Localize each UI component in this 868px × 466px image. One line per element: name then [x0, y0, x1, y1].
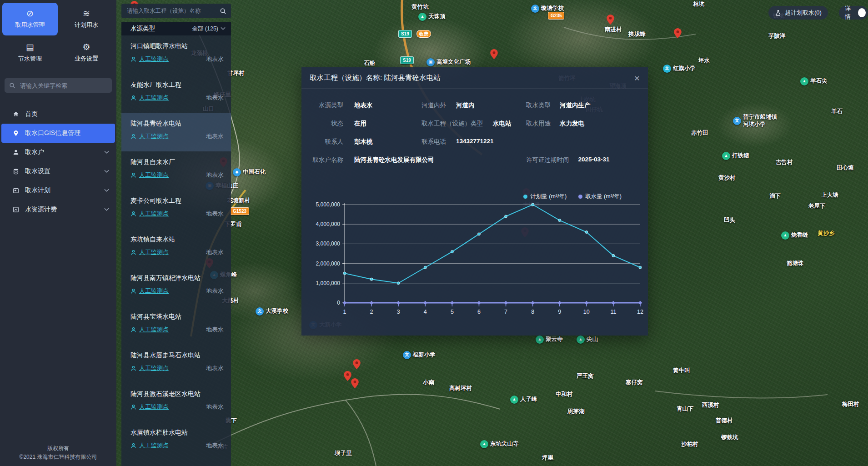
sidebar-item-4[interactable]: 取水设置 [0, 162, 116, 181]
station-list-item[interactable]: 陆河县水唇走马石水电站人工监测点地表水 [121, 345, 231, 383]
map-label-text: 溜下 [769, 193, 781, 200]
map-label: 锣鼓坑 [721, 434, 738, 441]
keyword-search-input[interactable] [19, 82, 107, 90]
map-label: 文红旗小学 [663, 65, 696, 73]
station-search-input[interactable] [126, 7, 217, 15]
station-list-item[interactable]: 河口镇唱歌潭水电站人工监测点地表水 [121, 35, 231, 74]
red-pin-icon[interactable] [607, 15, 614, 25]
map-label-text: 坪里 [542, 455, 553, 462]
module-tile-4[interactable]: ⚙业务设置 [59, 36, 114, 69]
red-pin-icon[interactable] [344, 371, 351, 381]
toggle-knob[interactable] [858, 8, 866, 17]
chevron-down-icon [104, 208, 109, 211]
water-source-type: 地表水 [206, 210, 225, 218]
station-list-item[interactable]: 陆河县南万镇杞洋水电站人工监测点地表水 [121, 267, 231, 306]
red-pin-icon[interactable] [351, 378, 359, 388]
map-label: 老屋下 [808, 203, 826, 210]
map-label: 黄沙村 [718, 175, 736, 182]
person-monitor-icon [130, 327, 136, 333]
station-list-item[interactable]: 友能水厂取水工程人工监测点地表水 [121, 74, 231, 113]
monitor-type-link[interactable]: 人工监测点 [139, 210, 169, 218]
over-plan-alert-pill[interactable]: 超计划取水(0) [768, 6, 828, 20]
field-value: 在用 [354, 120, 366, 128]
map-label-text: 赤竹田 [691, 130, 708, 137]
module-tile-3[interactable]: ▤节水管理 [2, 36, 58, 69]
monitor-type-link[interactable]: 人工监测点 [139, 132, 169, 140]
map-label-text: 聚云寺 [546, 336, 563, 343]
map-label-text: 挨垅蜂 [628, 31, 646, 38]
monitor-type-link[interactable]: 人工监测点 [139, 326, 169, 334]
map-label-text: 中和村 [556, 391, 573, 398]
sidebar-item-5[interactable]: 取水计划 [0, 181, 116, 200]
close-icon[interactable]: × [634, 73, 640, 83]
field-row: 状态在用取水工程（设施）类型水电站取水用途水力发电 [301, 120, 648, 138]
detail-toggle-label: 详情 [845, 5, 855, 21]
sidebar: ⊘取用水管理≋计划用水▤节水管理⚙业务设置 首页取水口GIS信息管理取水户取水设… [0, 0, 116, 466]
map-label-text: 西溪村 [702, 402, 719, 409]
map-label-text: 大溪学校 [266, 308, 288, 315]
keyword-search[interactable] [5, 78, 112, 93]
road-badge: 收费 [416, 30, 431, 38]
field-row: 水源类型地表水河道内外河道内取水类型河道内生产 [301, 101, 648, 120]
legend-dot [578, 195, 582, 199]
monitor-type-link[interactable]: 人工监测点 [139, 287, 169, 295]
monitor-type-link[interactable]: 人工监测点 [139, 403, 169, 411]
map-label: ▲天珠顶 [418, 13, 446, 21]
detail-toggle[interactable]: 详情 [839, 6, 868, 20]
station-list-item[interactable]: 水唇镇水栏肚水电站人工监测点地表水 [121, 422, 231, 461]
station-list-item[interactable]: 陆河县青砼水电站人工监测点地表水 [121, 113, 231, 151]
sidebar-item-2[interactable]: 取水口GIS信息管理 [1, 124, 115, 143]
red-pin-icon[interactable] [674, 28, 682, 38]
svg-text:7: 7 [504, 309, 507, 315]
monitor-type-link[interactable]: 人工监测点 [139, 55, 169, 63]
module-tile-1[interactable]: ⊘取用水管理 [2, 3, 58, 35]
monitor-type-link[interactable]: 人工监测点 [139, 364, 169, 372]
sidebar-item-1[interactable]: 首页 [0, 105, 116, 124]
station-list-item[interactable]: 陆河县宝塔水电站人工监测点地表水 [121, 306, 231, 345]
map-label: ◆中国石化 [233, 168, 266, 176]
dashboard-icon: ⊘ [26, 9, 34, 18]
sidebar-item-3[interactable]: 取水户 [0, 143, 116, 162]
station-list-item[interactable]: 陆河县激石溪老区水电站人工监测点地表水 [121, 383, 231, 422]
map-label-text: 沙柏村 [681, 441, 698, 448]
station-list-header: 水源类型 全部 (125) [121, 22, 231, 35]
station-search[interactable] [121, 4, 231, 18]
person-monitor-icon [130, 288, 136, 294]
map-label: 坝子里 [335, 450, 352, 457]
map-label-text: 小南 [423, 379, 434, 386]
monitor-type-link[interactable]: 人工监测点 [139, 171, 169, 179]
station-list-item[interactable]: 陆河县自来水厂人工监测点地表水 [121, 151, 231, 190]
monitor-type-link[interactable]: 人工监测点 [139, 248, 169, 256]
legend-item[interactable]: 取水量 (m³/年) [578, 193, 622, 200]
red-pin-icon[interactable] [353, 359, 361, 369]
search-icon [9, 82, 15, 89]
modal-header: 取水工程（设施）名称: 陆河县青砼水电站 × [301, 67, 648, 89]
road-badge: S19 [400, 56, 414, 64]
school-icon: 文 [531, 5, 539, 13]
monitor-type-link[interactable]: 人工监测点 [139, 441, 169, 450]
monitor-type-link[interactable]: 人工监测点 [139, 94, 169, 102]
search-icon[interactable] [220, 8, 226, 15]
module-tile-2[interactable]: ≋计划用水 [59, 3, 114, 35]
school-icon: 文 [733, 117, 741, 125]
sidebar-item-6[interactable]: 水资源计费 [0, 200, 116, 219]
svg-text:2,000,000: 2,000,000 [316, 261, 341, 267]
filter-value: 全部 (125) [192, 25, 218, 33]
map-label: 寨仔窝 [626, 379, 643, 386]
map-label: ▲人子嶂 [510, 396, 537, 404]
station-list-item[interactable]: 东坑镇自来水站人工监测点地表水 [121, 229, 231, 267]
map-label-text: 璇塘学校 [541, 5, 564, 12]
database-icon [12, 168, 19, 175]
map-label-text: 红旗小学 [673, 65, 696, 72]
sidebar-item-label: 取水户 [25, 148, 44, 156]
source-type-filter[interactable]: 全部 (125) [192, 25, 226, 33]
map-label-text: 打铁塘 [732, 152, 749, 160]
red-pin-icon[interactable] [490, 49, 498, 59]
module-tile-label: 节水管理 [18, 55, 42, 63]
legend-item[interactable]: 计划量 (m³/年) [523, 193, 567, 200]
school-icon: 文 [256, 307, 264, 316]
station-list-item[interactable]: 麦卡公司取水工程人工监测点地表水 [121, 190, 231, 229]
field-label: 联系人 [301, 138, 343, 146]
station-list-panel: 水源类型 全部 (125) 河口镇唱歌潭水电站人工监测点地表水友能水厂取水工程人… [121, 22, 231, 466]
map-label: 挨垅蜂 [628, 31, 646, 38]
